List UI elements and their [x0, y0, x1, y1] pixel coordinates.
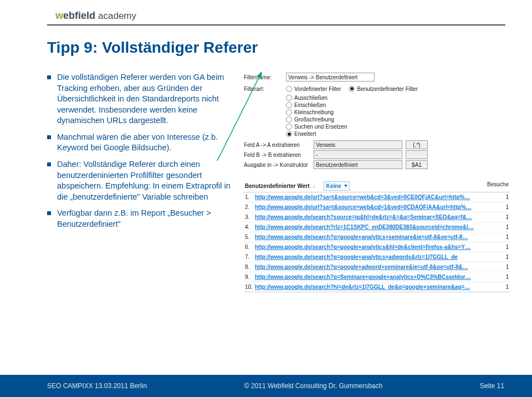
radio-label: Großschreibung [294, 116, 334, 123]
filter-form: Filtername: Verweis -> Benutzerdefiniert… [244, 72, 510, 169]
filtername-input[interactable]: Verweis -> Benutzerdefiniert [286, 73, 375, 82]
slide-footer: SEO CAMPIXX 13.03.2011 Berlin © 2011 Web… [0, 375, 532, 397]
radio-option[interactable]: Vordefinierter Filter [286, 86, 341, 92]
mapping-select[interactable]: Verweis [314, 140, 402, 149]
brand-logo: webfield academy [55, 10, 136, 22]
table-row: 7.http://www.google.de/search?q=google+a… [244, 252, 510, 262]
table-header: Benutzerdefinierter Wert ↓ Keine Besuche [244, 181, 510, 192]
mapping-row: Feld B -> B extrahieren- [244, 150, 510, 159]
table-row: 1.http://www.google.de/url?sa=t&source=w… [244, 192, 510, 202]
mapping-extra[interactable]: (.*) [406, 140, 428, 149]
radio-option[interactable]: Ausschließen [286, 95, 347, 101]
table-row: 5.http://www.google.de/search?q=google+a… [244, 232, 510, 242]
row-visits: 1 [493, 234, 509, 240]
bullet-item: Daher: Vollständige Referer durch einen … [47, 159, 238, 202]
row-index: 9. [245, 274, 255, 280]
radio-icon [286, 109, 292, 115]
radio-icon [286, 131, 292, 137]
row-url-link[interactable]: http://www.google.de/url?sa=t&source=web… [255, 204, 493, 210]
radio-label: Einschließen [294, 102, 326, 108]
radio-label: Erweitert [294, 131, 316, 137]
row-visits: 1 [493, 244, 509, 250]
radio-icon [286, 124, 292, 130]
footer-right: Seite 11 [480, 382, 504, 390]
mapping-extra[interactable] [406, 150, 428, 159]
col-besuche: Besuche [487, 181, 509, 191]
row-visits: 1 [493, 194, 509, 200]
referer-table: 1.http://www.google.de/url?sa=t&source=w… [244, 192, 510, 292]
sort-arrow-icon: ↓ [313, 183, 316, 189]
row-index: 1. [245, 194, 255, 200]
table-row: 9.http://www.google.de/search?q=Seminare… [244, 272, 510, 282]
row-url-link[interactable]: http://www.google.de/search?q=google+ana… [255, 244, 493, 250]
row-visits: 1 [493, 254, 509, 260]
table-row: 10.http://www.google.de/search?hl=de&rlz… [244, 282, 510, 292]
row-url-link[interactable]: http://www.google.de/search?q=Seminare+g… [255, 274, 493, 280]
mapping-row: Feld A -> A extrahierenVerweis(.*) [244, 140, 510, 149]
radio-icon [349, 86, 355, 92]
col-benutzerdefiniert: Benutzerdefinierter Wert [245, 183, 310, 189]
row-visits: 1 [493, 264, 509, 270]
table-row: 4.http://www.google.de/search?rlz=1C1SKP… [244, 222, 510, 232]
row-url-link[interactable]: http://www.google.de/url?sa=t&source=web… [255, 194, 493, 200]
row-visits: 1 [493, 204, 509, 210]
row-index: 7. [245, 254, 255, 260]
radio-option[interactable]: Kleinschreibung [286, 109, 347, 115]
svg-line-0 [217, 72, 262, 161]
row-url-link[interactable]: http://www.google.de/search?q=google+ana… [255, 254, 493, 260]
footer-left: SEO CAMPIXX 13.03.2011 Berlin [47, 382, 147, 390]
row-index: 2. [245, 204, 255, 210]
row-visits: 1 [493, 284, 509, 290]
radio-label: Vordefinierter Filter [294, 86, 341, 92]
radio-icon [286, 116, 292, 123]
radio-label: Benutzerdefinierter Filter [357, 86, 418, 92]
mapping-select[interactable]: Benutzerdefiniert [314, 160, 402, 169]
mapping-row: Ausgabe in -> KonstruktorBenutzerdefinie… [244, 160, 510, 169]
radio-icon [286, 86, 292, 92]
row-url-link[interactable]: http://www.google.de/search?hl=de&rlz=1I… [255, 284, 493, 290]
radio-option[interactable]: Suchen und Ersetzen [286, 124, 347, 130]
mapping-select[interactable]: - [314, 150, 402, 159]
table-row: 6.http://www.google.de/search?q=google+a… [244, 242, 510, 252]
radio-icon [286, 102, 292, 108]
arrow-annotation [217, 67, 273, 166]
radio-option[interactable]: Benutzerdefinierter Filter [349, 86, 418, 92]
radio-label: Kleinschreibung [294, 109, 334, 115]
row-index: 4. [245, 224, 255, 230]
bullet-list: Die vollständigen Referer werden von GA … [47, 72, 238, 358]
row-url-link[interactable]: http://www.google.de/search?source=ig&hl… [255, 214, 493, 220]
radio-label: Suchen und Ersetzen [294, 124, 347, 130]
divider [47, 24, 505, 26]
bullet-item: Manchmal wären die aber von Interesse (z… [47, 132, 238, 154]
table-row: 8.http://www.google.de/search?q=google+a… [244, 262, 510, 272]
radio-icon [286, 95, 292, 101]
table-row: 3.http://www.google.de/search?source=ig&… [244, 212, 510, 222]
radio-option[interactable]: Einschließen [286, 102, 347, 108]
row-visits: 1 [493, 274, 509, 280]
bullet-item: Verfügbar dann z.B. im Report „Besucher … [47, 208, 238, 230]
row-index: 10. [245, 284, 255, 290]
filter-none-dropdown[interactable]: Keine [324, 181, 350, 191]
row-url-link[interactable]: http://www.google.de/search?q=google+adw… [255, 264, 493, 270]
radio-label: Ausschließen [294, 95, 328, 101]
radio-option[interactable]: Erweitert [286, 131, 347, 137]
radio-option[interactable]: Großschreibung [286, 116, 347, 123]
footer-mid: © 2011 Webfield Consulting Dr. Gummersba… [244, 382, 382, 390]
row-index: 6. [245, 244, 255, 250]
row-url-link[interactable]: http://www.google.de/search?rlz=1C1SKPC_… [255, 224, 493, 230]
row-visits: 1 [493, 224, 509, 230]
row-index: 3. [245, 214, 255, 220]
mapping-extra[interactable]: $A1 [406, 160, 428, 169]
bullet-item: Die vollständigen Referer werden von GA … [47, 72, 238, 126]
row-index: 5. [245, 234, 255, 240]
row-url-link[interactable]: http://www.google.de/search?q=google+ana… [255, 234, 493, 240]
row-index: 8. [245, 264, 255, 270]
row-visits: 1 [493, 214, 509, 220]
table-row: 2.http://www.google.de/url?sa=t&source=w… [244, 202, 510, 212]
slide-title: Tipp 9: Vollständiger Referer [47, 39, 258, 57]
